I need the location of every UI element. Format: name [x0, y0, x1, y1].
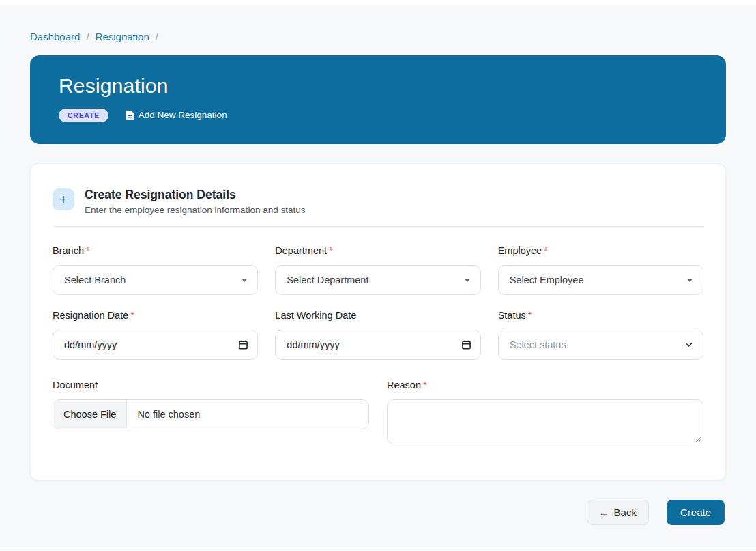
last-working-date-label: Last Working Date — [275, 310, 480, 321]
field-status: Status* Select status — [498, 310, 703, 360]
department-label: Department* — [275, 245, 480, 256]
branch-select[interactable]: Select Branch — [53, 265, 258, 295]
field-document: Document Choose File No file chosen — [53, 380, 369, 444]
dropdown-arrow-icon — [687, 279, 693, 282]
back-button[interactable]: ← Back — [587, 500, 649, 525]
breadcrumb-separator: / — [86, 31, 89, 42]
status-select-value: Select status — [510, 339, 566, 350]
last-working-date-value: dd/mm/yyyy — [287, 339, 339, 350]
department-select-value: Select Department — [287, 274, 368, 285]
add-new-resignation-label: Add New Resignation — [139, 110, 227, 120]
breadcrumb-separator: / — [156, 31, 158, 42]
plus-icon: + — [53, 188, 74, 210]
footer-actions: ← Back Create — [31, 500, 725, 525]
field-department: Department* Select Department — [275, 245, 480, 295]
required-marker: * — [130, 310, 134, 321]
file-text-icon — [126, 111, 134, 120]
chevron-down-icon — [684, 340, 694, 350]
resignation-date-label: Resignation Date* — [53, 310, 258, 321]
page-header-banner: Resignation CREATE Add New Resignation — [30, 55, 726, 144]
file-chosen-status: No file chosen — [127, 409, 200, 420]
field-resignation-date: Resignation Date* dd/mm/yyyy — [53, 310, 258, 360]
field-last-working-date: Last Working Date dd/mm/yyyy — [275, 310, 480, 360]
page-title: Resignation — [59, 74, 697, 98]
status-label: Status* — [498, 310, 703, 321]
dropdown-arrow-icon — [465, 279, 470, 282]
last-working-date-input[interactable]: dd/mm/yyyy — [275, 330, 480, 360]
status-select[interactable]: Select status — [498, 330, 703, 360]
create-button[interactable]: Create — [667, 500, 725, 525]
employee-select-value: Select Employee — [510, 274, 584, 285]
resize-handle-icon[interactable] — [695, 436, 701, 442]
back-button-label: Back — [614, 507, 637, 518]
resignation-date-input[interactable]: dd/mm/yyyy — [53, 330, 258, 360]
back-arrow-icon: ← — [599, 507, 609, 518]
employee-label: Employee* — [498, 245, 703, 256]
create-button-label: Create — [680, 507, 711, 518]
reason-label: Reason* — [387, 380, 703, 391]
create-resignation-card: + Create Resignation Details Enter the e… — [30, 163, 726, 481]
required-marker: * — [86, 245, 90, 256]
breadcrumb: Dashboard / Resignation / — [30, 31, 726, 42]
field-reason: Reason* — [387, 380, 703, 444]
calendar-icon[interactable] — [238, 340, 248, 350]
dropdown-arrow-icon — [242, 279, 247, 282]
field-employee: Employee* Select Employee — [498, 245, 703, 295]
choose-file-button[interactable]: Choose File — [53, 400, 127, 429]
required-marker: * — [423, 380, 427, 391]
required-marker: * — [329, 245, 333, 256]
calendar-icon[interactable] — [461, 340, 471, 350]
document-label: Document — [53, 380, 369, 391]
branch-select-value: Select Branch — [64, 274, 126, 285]
reason-textarea[interactable] — [387, 399, 703, 444]
add-new-resignation-action[interactable]: Add New Resignation — [126, 110, 227, 120]
document-file-input[interactable]: Choose File No file chosen — [53, 399, 369, 429]
required-marker: * — [528, 310, 532, 321]
breadcrumb-link-dashboard[interactable]: Dashboard — [30, 31, 80, 42]
create-badge: CREATE — [59, 109, 108, 122]
card-divider — [53, 226, 703, 227]
branch-label: Branch* — [53, 245, 258, 256]
employee-select[interactable]: Select Employee — [498, 265, 703, 295]
required-marker: * — [544, 245, 548, 256]
card-title: Create Resignation Details — [85, 187, 305, 202]
field-branch: Branch* Select Branch — [53, 245, 258, 295]
breadcrumb-link-resignation[interactable]: Resignation — [96, 31, 149, 42]
resignation-date-value: dd/mm/yyyy — [64, 339, 117, 350]
department-select[interactable]: Select Department — [275, 265, 480, 295]
top-strip — [0, 0, 756, 5]
card-subtitle: Enter the employee resignation informati… — [85, 205, 305, 215]
bottom-strip — [0, 548, 756, 551]
